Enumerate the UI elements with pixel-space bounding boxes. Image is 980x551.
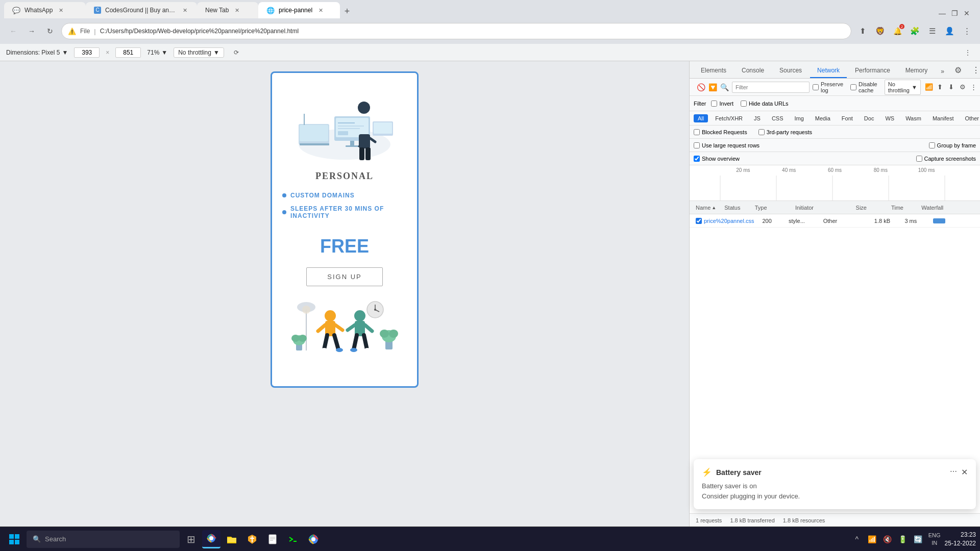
tab-codesground[interactable]: C CodesGround || Buy and Sell Codes Onli…: [86, 2, 197, 18]
filter-wasm[interactable]: Wasm: [901, 114, 925, 122]
capture-screenshots-checkbox[interactable]: [916, 156, 922, 162]
tab-newtab[interactable]: New Tab ✕: [197, 2, 258, 18]
maximize-button[interactable]: ❐: [949, 8, 960, 18]
capture-screenshots-label[interactable]: Capture screenshots: [916, 156, 976, 162]
tab-sources[interactable]: Sources: [772, 64, 809, 78]
pricepannel-tab-close[interactable]: ✕: [316, 6, 325, 14]
tab-more[interactable]: »: [936, 65, 949, 78]
third-party-checkbox[interactable]: [758, 129, 765, 135]
sync-icon[interactable]: 🔄: [912, 533, 924, 545]
chevron-up-icon[interactable]: ^: [851, 533, 863, 545]
group-by-frame-checkbox[interactable]: [929, 142, 935, 148]
settings-icon[interactable]: ⚙: [958, 82, 968, 92]
notification-icon[interactable]: 🔔 2: [890, 24, 904, 38]
hide-data-urls-label[interactable]: Hide data URLs: [741, 101, 789, 107]
filter-ws[interactable]: WS: [881, 114, 898, 122]
address-input-field[interactable]: ⚠️ File | C:/Users/hp/Desktop/Web-develo…: [61, 23, 851, 39]
invert-label[interactable]: Invert: [711, 101, 733, 107]
system-clock[interactable]: 23:23 25-12-2022: [945, 531, 976, 548]
terminal-icon[interactable]: [284, 530, 302, 548]
col-header-name[interactable]: Name ▲: [692, 205, 720, 211]
filter-other[interactable]: Other: [961, 114, 980, 122]
back-button[interactable]: ←: [6, 24, 20, 38]
search-button[interactable]: 🔍: [720, 82, 729, 93]
more-options-icon[interactable]: ⋮: [962, 46, 974, 59]
blocked-requests-checkbox[interactable]: [694, 129, 700, 135]
tab-performance[interactable]: Performance: [848, 64, 897, 78]
battery-popup-close-button[interactable]: ✕: [961, 467, 968, 477]
share-icon[interactable]: ⬆: [855, 24, 870, 38]
devtools-settings-icon[interactable]: ⚙: [950, 62, 966, 78]
battery-popup-dots[interactable]: ⋯: [950, 467, 957, 477]
show-overview-label[interactable]: Show overview: [694, 156, 740, 162]
invert-checkbox[interactable]: [711, 101, 717, 107]
filter-css[interactable]: CSS: [768, 114, 788, 122]
chrome-taskbar-icon[interactable]: [202, 530, 220, 548]
tab-elements[interactable]: Elements: [694, 64, 733, 78]
new-tab-button[interactable]: +: [340, 4, 354, 18]
reload-button[interactable]: ↻: [43, 24, 57, 38]
show-overview-checkbox[interactable]: [694, 156, 700, 162]
network-filter-input[interactable]: [732, 82, 810, 93]
more-network-icon[interactable]: ⋮: [969, 82, 979, 92]
disable-cache-checkbox[interactable]: [850, 84, 856, 90]
menu-icon[interactable]: ⋮: [960, 24, 974, 38]
col-header-status[interactable]: Status: [720, 205, 750, 211]
taskbar-search[interactable]: 🔍 Search: [27, 531, 180, 548]
preserve-log-checkbox[interactable]: [813, 84, 819, 90]
blocked-requests-label[interactable]: Blocked Requests: [694, 129, 747, 135]
taskview-icon[interactable]: ⊞: [182, 530, 200, 548]
group-by-frame-label[interactable]: Group by frame: [929, 142, 976, 148]
hide-data-urls-checkbox[interactable]: [741, 101, 747, 107]
filter-all[interactable]: All: [694, 114, 708, 122]
device-selector[interactable]: Dimensions: Pixel 5 ▼: [6, 49, 68, 56]
zoom-selector[interactable]: 71% ▼: [147, 49, 167, 56]
row-checkbox[interactable]: [696, 218, 702, 224]
tab-memory[interactable]: Memory: [898, 64, 935, 78]
tab-whatsapp[interactable]: 💬 WhatsApp ✕: [4, 2, 86, 18]
preserve-log-label[interactable]: Preserve log: [813, 81, 843, 93]
col-header-type[interactable]: Type: [751, 205, 791, 211]
wifi-systray-icon[interactable]: 📶: [866, 533, 878, 545]
col-header-initiator[interactable]: Initiator: [791, 205, 852, 211]
filter-js[interactable]: JS: [750, 114, 765, 122]
network-table-row[interactable]: price%20pannel.css 200 style... Other 1.…: [690, 214, 980, 228]
throttle-selector[interactable]: No throttling ▼: [174, 47, 224, 58]
filter-doc[interactable]: Doc: [860, 114, 878, 122]
extensions-icon[interactable]: 🧩: [908, 24, 922, 38]
start-button[interactable]: [4, 529, 24, 549]
filter-font[interactable]: Font: [838, 114, 857, 122]
tab-pricepannel[interactable]: 🌐 price-pannel ✕: [258, 2, 340, 18]
col-header-time[interactable]: Time: [887, 205, 917, 211]
minimize-button[interactable]: —: [937, 8, 947, 18]
tab-network[interactable]: Network: [810, 64, 847, 78]
forward-button[interactable]: →: [24, 24, 39, 38]
signup-button[interactable]: SIGN UP: [306, 267, 382, 286]
battery-systray-icon[interactable]: 🔋: [897, 533, 909, 545]
devtools-options-icon[interactable]: ⋮: [968, 62, 980, 78]
file-explorer-icon[interactable]: [223, 530, 241, 548]
wifi-icon[interactable]: 📶: [924, 82, 934, 92]
close-button[interactable]: ✕: [962, 8, 972, 18]
third-party-label[interactable]: 3rd-party requests: [758, 129, 812, 135]
download-icon[interactable]: ⬇: [946, 82, 957, 92]
disable-cache-label[interactable]: Disable cache: [850, 81, 877, 93]
language-badge[interactable]: ENG IN: [928, 532, 941, 546]
brave-shield-icon[interactable]: 🦁: [873, 24, 887, 38]
codesground-tab-close[interactable]: ✕: [181, 6, 189, 14]
viewport-height-input[interactable]: [115, 47, 141, 58]
whatsapp-tab-close[interactable]: ✕: [57, 6, 65, 14]
brave-taskbar-icon[interactable]: [243, 530, 261, 548]
filter-fetchxhr[interactable]: Fetch/XHR: [711, 114, 747, 122]
clear-button[interactable]: 🚫: [697, 82, 705, 93]
throttling-select[interactable]: No throttling ▼: [885, 80, 921, 95]
sidebar-icon[interactable]: ☰: [925, 24, 939, 38]
rotate-icon[interactable]: ⟳: [230, 46, 242, 59]
col-header-size[interactable]: Size: [852, 205, 887, 211]
chrome-taskbar-icon-2[interactable]: [304, 530, 323, 548]
filter-manifest[interactable]: Manifest: [928, 114, 958, 122]
upload-icon[interactable]: ⬆: [935, 82, 945, 92]
volume-systray-icon[interactable]: 🔇: [881, 533, 894, 545]
viewport-width-input[interactable]: [74, 47, 100, 58]
large-rows-checkbox[interactable]: [694, 142, 700, 148]
